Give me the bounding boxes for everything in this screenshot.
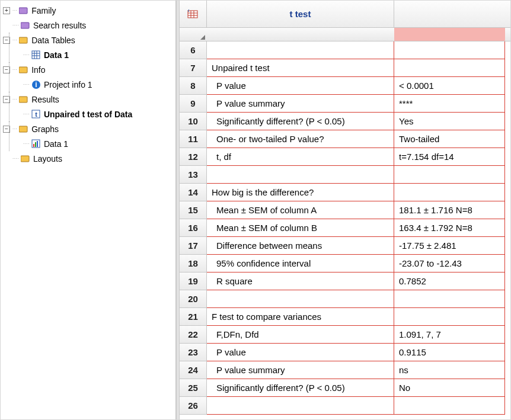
tree-label: Graphs [31,124,59,134]
row-description[interactable]: Unpaired t test [207,59,394,77]
tree-item-project-info[interactable]: ···· i Project info 1 [3,77,175,92]
row-number[interactable]: 6 [180,41,207,59]
row-description[interactable]: P value summary [207,95,394,113]
row-description[interactable]: One- or two-tailed P value? [207,130,394,148]
table-row: 8P value< 0.0001 [180,77,510,95]
row-number[interactable]: 20 [180,290,207,308]
row-description[interactable]: F test to compare variances [207,308,394,326]
row-value[interactable]: 0.9115 [394,344,505,361]
row-number[interactable]: 24 [180,361,207,379]
tree-item-family[interactable]: + ··· Family [3,3,175,18]
table-row: 1895% confidence interval-23.07 to -12.4… [180,255,510,272]
row-value[interactable]: Two-tailed [394,130,505,148]
tree-branch-dots: ···· [23,52,30,57]
header-value-col[interactable] [394,1,505,27]
tree-item-info[interactable]: − ··· Info [3,62,175,77]
folder-icon [20,153,31,164]
row-number[interactable]: 14 [180,184,207,201]
collapse-toggle[interactable]: − [3,37,10,44]
header-corner[interactable] [180,1,207,27]
row-number[interactable]: 22 [180,326,207,344]
table-row: 17Difference between means-17.75 ± 2.481 [180,237,510,255]
tree-item-results[interactable]: − ··· Results [3,92,175,107]
row-value[interactable]: 1.091, 7, 7 [394,326,505,344]
row-value[interactable]: 163.4 ± 1.792 N=8 [394,219,505,237]
row-description[interactable]: t, df [207,148,394,166]
row-number[interactable]: 21 [180,308,207,326]
row-description[interactable]: F,DFn, Dfd [207,326,394,344]
tree-item-search-results[interactable]: ···· Search results [3,18,175,33]
row-number[interactable]: 9 [180,95,207,113]
row-value[interactable]: No [394,379,505,397]
row-number[interactable]: 26 [180,397,207,415]
row-description[interactable] [207,290,394,308]
collapse-toggle[interactable]: − [3,66,10,73]
folder-icon [18,124,29,134]
row-number[interactable]: 12 [180,148,207,166]
row-description[interactable] [207,41,394,59]
row-number[interactable]: 13 [180,166,207,184]
row-description[interactable]: Difference between means [207,237,394,255]
row-value[interactable] [394,290,505,308]
row-value[interactable]: 181.1 ± 1.716 N=8 [394,201,505,219]
row-description[interactable]: How big is the difference? [207,184,394,201]
collapse-toggle[interactable]: − [3,96,10,103]
row-number[interactable]: 19 [180,272,207,290]
tree-item-layouts[interactable]: ···· Layouts [3,151,175,166]
subheader-val-selected[interactable] [394,28,505,41]
row-value[interactable]: Yes [394,113,505,130]
row-number[interactable]: 23 [180,344,207,361]
tree-item-graph-data1[interactable]: ···· Data 1 [3,136,175,151]
tree-item-graphs[interactable]: − ··· Graphs [3,121,175,136]
row-description[interactable] [207,397,394,415]
tree-item-data-1[interactable]: ···· Data 1 [3,47,175,62]
row-description[interactable]: Significantly different? (P < 0.05) [207,113,394,130]
row-description[interactable] [207,166,394,184]
select-all-corner[interactable] [180,28,207,41]
table-row: 13 [180,166,510,184]
row-value[interactable]: -23.07 to -12.43 [394,255,505,272]
table-row: 21F test to compare variances [180,308,510,326]
row-value[interactable]: < 0.0001 [394,77,505,95]
expand-toggle[interactable]: + [3,7,10,14]
row-value[interactable] [394,41,505,59]
row-description[interactable]: Mean ± SEM of column B [207,219,394,237]
row-number[interactable]: 16 [180,219,207,237]
row-number[interactable]: 15 [180,201,207,219]
tree-item-unpaired-ttest[interactable]: ···· t Unpaired t test of Data [3,107,175,121]
table-row: 7Unpaired t test [180,59,510,77]
header-title[interactable]: t test [207,1,394,27]
row-description[interactable]: Significantly different? (P < 0.05) [207,379,394,397]
svg-rect-8 [19,67,27,73]
navigator-tree: + ··· Family ···· Search results [3,3,175,166]
row-number[interactable]: 25 [180,379,207,397]
row-value[interactable] [394,397,505,415]
row-value[interactable]: 0.7852 [394,272,505,290]
subheader-desc[interactable] [207,28,394,41]
row-number[interactable]: 10 [180,113,207,130]
collapse-toggle[interactable]: − [3,126,10,133]
row-description[interactable]: 95% confidence interval [207,255,394,272]
row-description[interactable]: P value [207,344,394,361]
row-value[interactable] [394,59,505,77]
svg-text:t: t [35,111,37,118]
row-description[interactable]: P value summary [207,361,394,379]
row-number[interactable]: 17 [180,237,207,255]
table-row: 23P value0.9115 [180,344,510,361]
row-number[interactable]: 18 [180,255,207,272]
tree-item-data-tables[interactable]: − ··· Data Tables [3,33,175,47]
row-value[interactable]: t=7.154 df=14 [394,148,505,166]
row-value[interactable]: **** [394,95,505,113]
row-number[interactable]: 7 [180,59,207,77]
row-description[interactable]: P value [207,77,394,95]
tree-branch-dots: ···· [12,156,19,161]
row-value[interactable] [394,184,505,201]
row-value[interactable] [394,166,505,184]
row-description[interactable]: Mean ± SEM of column A [207,201,394,219]
row-value[interactable] [394,308,505,326]
row-description[interactable]: R square [207,272,394,290]
row-number[interactable]: 11 [180,130,207,148]
row-value[interactable]: ns [394,361,505,379]
row-number[interactable]: 8 [180,77,207,95]
row-value[interactable]: -17.75 ± 2.481 [394,237,505,255]
